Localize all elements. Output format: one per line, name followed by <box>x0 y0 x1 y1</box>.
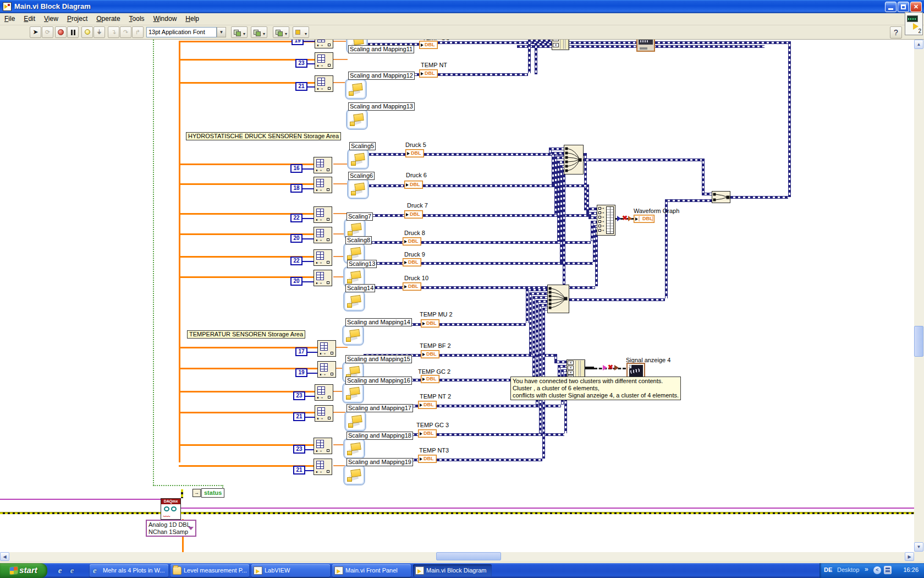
node-label[interactable]: Scaling13 <box>347 260 377 268</box>
numeric-constant[interactable]: 23 <box>295 59 307 68</box>
horizontal-scrollbar[interactable]: ◀ ▶ <box>0 552 914 561</box>
numeric-constant[interactable]: 20 <box>290 234 302 243</box>
index-array-node[interactable]: ∎·+ <box>314 206 332 223</box>
vertical-scroll-thumb[interactable] <box>914 326 923 357</box>
indicator-label[interactable]: Druck 8 <box>404 230 425 236</box>
index-array-node[interactable]: ∎·+ <box>314 270 332 286</box>
dbl-terminal[interactable]: DBL <box>403 282 421 291</box>
menu-item[interactable]: File <box>0 13 19 25</box>
menu-item[interactable]: Operate <box>92 13 124 25</box>
index-array-node[interactable]: ∎·+ <box>314 249 332 266</box>
build-array-node[interactable]: ·+·+ ·+·+ ·+·+ <box>597 205 615 236</box>
node-label[interactable]: Scaling5 <box>349 142 376 150</box>
scroll-up-button[interactable]: ▲ <box>914 40 923 49</box>
menu-item[interactable]: View <box>40 13 63 25</box>
numeric-constant[interactable]: 16 <box>290 164 302 173</box>
indicator-label[interactable]: TEMP BF 2 <box>420 342 451 349</box>
font-selector-dropdown-icon[interactable]: ▼ <box>217 27 226 37</box>
taskbar-window-button[interactable]: Main.vi Block Diagram <box>413 564 492 577</box>
node-label[interactable]: Scaling6 <box>348 172 375 180</box>
scaling-express-vi-node[interactable] <box>343 325 364 345</box>
index-array-node[interactable]: ∎·+ <box>315 405 333 422</box>
menu-item[interactable]: Edit <box>19 13 40 25</box>
menu-item[interactable]: Tools <box>125 13 149 25</box>
index-array-node[interactable]: ∎·+ <box>314 227 332 243</box>
numeric-constant[interactable]: 17 <box>295 347 307 356</box>
indicator-label[interactable]: TEMP GC 2 <box>418 368 450 375</box>
dbl-terminal[interactable]: DBL <box>418 455 437 463</box>
minimize-button[interactable] <box>885 2 897 12</box>
bundle-node[interactable]: ✕ ✕ <box>552 40 569 50</box>
dbl-terminal[interactable]: DBL <box>404 181 423 189</box>
language-indicator[interactable]: DE <box>824 566 832 573</box>
waveform-graph-terminal[interactable]: [DBL] <box>634 215 654 223</box>
node-label[interactable]: Scaling14 <box>345 284 375 292</box>
scaling-express-vi-node[interactable] <box>345 411 366 431</box>
numeric-constant[interactable]: 21 <box>293 466 305 475</box>
restore-button[interactable] <box>898 2 909 12</box>
close-button[interactable]: ✕ <box>910 2 922 12</box>
scroll-left-button[interactable]: ◀ <box>0 552 9 561</box>
run-continuous-button[interactable]: ⟳ <box>42 26 53 38</box>
indicator-label[interactable]: TEMP NT3 <box>419 447 449 454</box>
vertical-scrollbar[interactable]: ▲ ▼ <box>914 40 924 552</box>
node-label[interactable]: Scaling and Mapping17 <box>346 404 413 412</box>
indicator-label[interactable]: Druck 7 <box>407 202 428 209</box>
merge-signals-node[interactable] <box>564 145 584 175</box>
scaling-express-vi-node[interactable] <box>348 179 369 199</box>
step-over-button[interactable]: ↷ <box>120 26 131 38</box>
node-label[interactable]: Scaling and Mapping13 <box>348 102 415 111</box>
node-label[interactable]: Scaling8 <box>345 236 372 244</box>
scroll-right-button[interactable]: ▶ <box>905 552 914 561</box>
indicator-label[interactable]: TEMP NT <box>421 62 447 68</box>
indicator-label[interactable]: Druck 6 <box>406 172 427 178</box>
scaling-express-vi-node[interactable] <box>348 149 369 169</box>
help-button[interactable]: ? <box>890 26 902 39</box>
status-indicator[interactable]: status <box>201 488 224 498</box>
menu-item[interactable]: Project <box>63 13 92 25</box>
index-array-node[interactable]: ∎·+ <box>315 40 333 48</box>
toolbar-chevron[interactable]: » <box>865 565 868 573</box>
taskbar-window-button[interactable]: Mehr als 4 Plots in W... <box>90 564 168 577</box>
hide-icons-button[interactable]: < <box>873 566 881 574</box>
daqmx-polymorphic-selector[interactable]: Analog 1D DBL NChan 1Samp <box>146 520 196 537</box>
step-out-button[interactable]: ↱ <box>132 26 144 38</box>
scroll-down-button[interactable]: ▼ <box>914 542 923 552</box>
distribute-objects-button[interactable]: ▾ <box>251 26 267 38</box>
scaling-express-vi-node[interactable] <box>345 79 366 99</box>
numeric-constant[interactable]: 23 <box>293 391 305 400</box>
node-label[interactable]: Scaling and Mapping19 <box>346 458 413 466</box>
tray-icon[interactable] <box>884 566 892 574</box>
numeric-constant[interactable]: 19 <box>295 368 307 377</box>
dbl-terminal[interactable]: DBL <box>418 401 437 409</box>
numeric-constant[interactable]: 22 <box>290 214 302 222</box>
indicator-label[interactable]: TEMP NT 2 <box>420 393 451 400</box>
index-array-node[interactable]: ∎·+ <box>314 459 332 475</box>
taskbar-window-button[interactable]: Level measurement P... <box>170 564 249 577</box>
node-label[interactable]: Scaling and Mapping12 <box>348 72 415 80</box>
scaling-express-vi-node[interactable] <box>344 439 365 459</box>
retain-wire-values-button[interactable]: ⏚ <box>94 26 105 38</box>
start-button[interactable]: start <box>0 563 47 578</box>
desktop-toolbar-label[interactable]: Desktop <box>837 566 859 573</box>
step-into-button[interactable]: ↴ <box>108 26 119 38</box>
node-label[interactable]: Scaling and Mapping16 <box>345 377 412 385</box>
dbl-terminal[interactable]: DBL <box>405 149 424 157</box>
indicator-label[interactable]: TEMP GC 3 <box>416 422 449 428</box>
node-label[interactable]: Scaling and Mapping14 <box>345 318 412 326</box>
font-selector[interactable]: 13pt Application Font <box>146 27 217 37</box>
numeric-constant[interactable]: 18 <box>290 184 302 193</box>
index-array-node[interactable]: ∎·+ <box>315 384 333 401</box>
dbl-terminal[interactable]: DBL <box>403 258 421 266</box>
reorder-button[interactable]: ▾ <box>273 26 289 38</box>
daqmx-read-node[interactable]: DAQmx ~~~ <box>161 498 181 520</box>
scaling-express-vi-node[interactable] <box>344 465 365 485</box>
quick-launch-ie-icon[interactable]: e <box>55 565 65 575</box>
indicator-label[interactable]: TEMP MU 2 <box>420 311 453 318</box>
index-array-node[interactable]: ∎·+ <box>315 52 333 69</box>
dbl-terminal[interactable]: DBL <box>419 41 438 49</box>
section-label[interactable]: HYDROSTATISCHE DRUCK SENSOREN Storage Ar… <box>186 132 341 140</box>
waveform-graph-label[interactable]: Waveform Graph <box>634 208 679 214</box>
dbl-terminal[interactable]: DBL <box>421 375 439 383</box>
index-array-node[interactable]: ∎·+ <box>317 361 336 378</box>
